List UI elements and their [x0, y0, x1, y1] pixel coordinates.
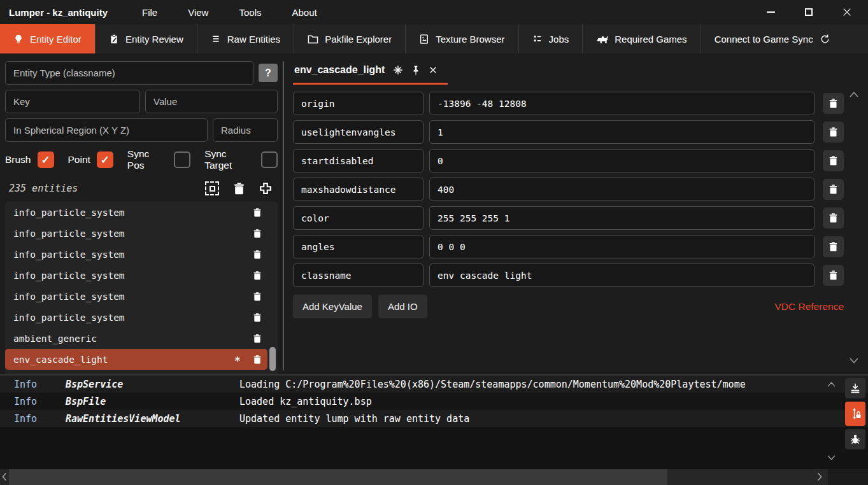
entity-type-input[interactable]: [5, 61, 253, 85]
entity-row[interactable]: info_particle_system: [5, 202, 267, 223]
maximize-button[interactable]: [803, 6, 815, 18]
kv-key-input[interactable]: [293, 264, 423, 287]
delete-keyvalue-button[interactable]: [823, 236, 844, 257]
menu-view[interactable]: View: [188, 7, 208, 18]
entity-name: info_particle_system: [13, 271, 125, 281]
tab-entity-review[interactable]: Entity Review: [96, 24, 197, 53]
delete-keyvalue-button[interactable]: [823, 207, 844, 228]
tab-connect-game-sync[interactable]: Connect to Game Sync: [701, 24, 868, 53]
kv-key-input[interactable]: [293, 92, 423, 115]
filter-checkbox-row: Brush Point Sync Pos Sync Target: [5, 148, 278, 171]
folder-icon: [308, 34, 318, 44]
delete-keyvalue-button[interactable]: [823, 150, 844, 171]
kv-key-input[interactable]: [293, 149, 423, 172]
left-panel-scrollbar[interactable]: [283, 61, 284, 370]
delete-keyvalue-button[interactable]: [823, 122, 844, 143]
radius-input[interactable]: [213, 118, 278, 142]
delete-entity-button[interactable]: [250, 205, 265, 220]
kv-value-input[interactable]: [429, 235, 815, 258]
add-keyvalue-button[interactable]: Add KeyValue: [293, 295, 372, 318]
keyvalue-row: [293, 235, 844, 258]
image-book-icon: [419, 34, 429, 45]
pin-tab-button[interactable]: [411, 65, 420, 76]
kv-key-input[interactable]: [293, 120, 423, 144]
add-entity-button[interactable]: [257, 180, 274, 197]
tab-pakfile-explorer[interactable]: Pakfile Explorer: [294, 24, 406, 53]
key-filter-input[interactable]: [5, 90, 140, 113]
delete-entity-button[interactable]: [250, 247, 265, 262]
horizontal-scrollbar-thumb[interactable]: [9, 469, 667, 485]
log-scroll-up-button[interactable]: [827, 381, 836, 388]
menu-file[interactable]: File: [142, 7, 157, 18]
log-scroll-down-button[interactable]: [827, 454, 836, 461]
vdc-reference-link[interactable]: VDC Reference: [774, 301, 844, 313]
entity-row[interactable]: info_particle_system: [5, 307, 267, 328]
scroll-to-bottom-button[interactable]: [845, 378, 865, 398]
delete-entity-button[interactable]: [250, 310, 265, 325]
entity-name: ambient_generic: [13, 334, 97, 344]
kv-key-input[interactable]: [293, 178, 423, 201]
open-entity-title: env_cascade_light: [294, 64, 385, 76]
tab-label: Connect to Game Sync: [715, 34, 813, 45]
entity-row[interactable]: info_particle_system: [5, 244, 267, 265]
entity-list-scrollbar-thumb[interactable]: [269, 347, 276, 371]
delete-entities-button[interactable]: [231, 180, 247, 197]
delete-keyvalue-button[interactable]: [823, 93, 844, 114]
close-button[interactable]: [841, 6, 853, 18]
tab-texture-browser[interactable]: Texture Browser: [406, 24, 518, 53]
entity-row[interactable]: info_particle_system: [5, 286, 267, 307]
delete-entity-button[interactable]: [250, 331, 265, 346]
kv-key-input[interactable]: [293, 235, 423, 258]
entity-row[interactable]: ambient_generic: [5, 328, 267, 349]
entity-row[interactable]: info_particle_system: [5, 223, 267, 244]
add-io-button[interactable]: Add IO: [378, 295, 427, 318]
kv-value-input[interactable]: [429, 178, 815, 201]
kv-value-input[interactable]: [429, 206, 815, 230]
kv-value-input[interactable]: [429, 92, 815, 115]
menu-tools[interactable]: Tools: [239, 7, 261, 18]
entity-name: info_particle_system: [13, 228, 125, 239]
delete-entity-button[interactable]: [250, 226, 265, 241]
scroll-left-button[interactable]: [1, 472, 8, 482]
entity-row-selected[interactable]: env_cascade_light *: [5, 349, 267, 370]
kv-value-input[interactable]: [429, 120, 815, 144]
point-checkbox[interactable]: [97, 151, 113, 168]
log-row: Info BspService Loading C:/Program%20Fil…: [0, 376, 868, 393]
tab-entity-editor[interactable]: Entity Editor: [0, 24, 96, 53]
close-tab-button[interactable]: [429, 66, 438, 74]
keyvalue-row: [293, 92, 844, 115]
tab-raw-entities[interactable]: Raw Entities: [197, 24, 294, 53]
tab-jobs[interactable]: Jobs: [519, 24, 583, 53]
delete-entity-button[interactable]: [250, 352, 265, 367]
minimize-button[interactable]: [765, 6, 776, 18]
sync-pos-checkbox[interactable]: [174, 151, 190, 168]
panel-scroll-up-button[interactable]: [849, 90, 859, 98]
open-entity-tab[interactable]: env_cascade_light: [293, 57, 448, 85]
panel-scroll-down-button[interactable]: [849, 357, 859, 365]
kv-value-input[interactable]: [429, 264, 815, 287]
entity-row[interactable]: info_particle_system: [5, 265, 267, 286]
spherical-region-input[interactable]: [5, 118, 208, 142]
log-message: Loading C:/Program%20Files%20(x86)/Steam…: [239, 379, 868, 390]
delete-entity-button[interactable]: [250, 268, 265, 283]
brush-checkbox[interactable]: [38, 151, 54, 168]
value-filter-input[interactable]: [145, 90, 278, 113]
chevron-right-icon: [816, 472, 823, 482]
help-button[interactable]: ?: [259, 64, 278, 82]
kv-key-input[interactable]: [293, 206, 423, 230]
delete-keyvalue-button[interactable]: [823, 265, 844, 286]
sync-target-checkbox[interactable]: [261, 151, 278, 168]
delete-keyvalue-button[interactable]: [823, 179, 844, 200]
list-lines-icon: [211, 34, 221, 44]
select-all-button[interactable]: [204, 180, 220, 197]
debug-button[interactable]: [845, 429, 865, 449]
scroll-right-button[interactable]: [816, 472, 823, 482]
tab-label: Raw Entities: [227, 34, 280, 45]
delete-entity-button[interactable]: [250, 289, 265, 304]
scroll-lock-button[interactable]: [845, 402, 865, 426]
horizontal-scrollbar[interactable]: [0, 469, 868, 485]
kv-value-input[interactable]: [429, 149, 815, 172]
tab-required-games[interactable]: Required Games: [583, 24, 701, 53]
menu-about[interactable]: About: [292, 7, 317, 18]
entity-name: info_particle_system: [13, 292, 125, 302]
